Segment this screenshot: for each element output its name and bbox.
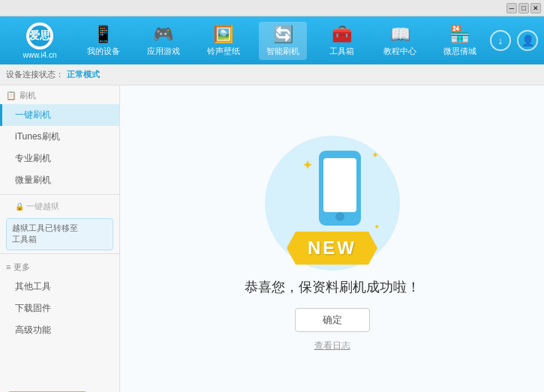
jailbreak-label: 一键越狱 [26, 201, 59, 212]
logo-area: 爱思 www.i4.cn [6, 22, 74, 59]
svg-text:✦: ✦ [371, 150, 379, 160]
smart-flash-icon: 🔄 [273, 25, 293, 44]
status-bar: 设备连接状态： 正常模式 [0, 64, 544, 85]
flash-section-icon: 📋 [6, 91, 17, 100]
apps-games-icon: 🎮 [153, 25, 173, 44]
divider-1 [0, 194, 119, 195]
maximize-button[interactable]: □ [518, 3, 529, 13]
lock-icon: 🔒 [15, 202, 24, 211]
status-label: 设备连接状态： [6, 69, 64, 80]
svg-text:✦: ✦ [374, 223, 380, 231]
sidebar-item-savedata-flash[interactable]: 微量刷机 [0, 169, 119, 191]
success-text: 恭喜您，保资料刷机成功啦！ [245, 280, 420, 295]
savedata-flash-label: 微量刷机 [15, 175, 51, 185]
advanced-label: 高级功能 [15, 325, 51, 335]
sidebar: 📋 刷机 一键刷机 iTunes刷机 专业刷机 微量刷机 🔒 一键越狱 [0, 85, 120, 392]
toolbox-icon: 🧰 [332, 25, 352, 44]
ringtones-label: 铃声壁纸 [207, 46, 240, 57]
notice-box: 越狱工具已转移至工具箱 [6, 218, 113, 250]
pro-flash-label: 专业刷机 [15, 153, 51, 163]
ringtones-icon: 🖼️ [213, 25, 233, 44]
toolbox-label: 工具箱 [329, 46, 354, 57]
status-value: 正常模式 [67, 69, 100, 80]
account-button[interactable]: 👤 [517, 30, 538, 51]
sidebar-item-one-key-flash[interactable]: 一键刷机 [0, 104, 119, 126]
weidian-icon: 🏪 [449, 25, 470, 44]
download-firmware-label: 下载固件 [15, 303, 51, 313]
tutorial-label: 教程中心 [383, 46, 416, 57]
nav-item-weidian[interactable]: 🏪 微思倩城 [436, 22, 484, 60]
divider-2 [0, 253, 119, 254]
sidebar-section-more: ≡ 更多 [0, 257, 119, 276]
top-nav: 爱思 www.i4.cn 📱 我的设备 🎮 应用游戏 🖼️ 铃声壁纸 🔄 智能刷… [0, 16, 544, 64]
logo-inner: 爱思 [29, 25, 50, 46]
nav-right: ↓ 👤 [490, 30, 538, 51]
nav-item-ringtones[interactable]: 🖼️ 铃声壁纸 [200, 22, 248, 60]
my-device-icon: 📱 [93, 25, 113, 44]
main-area: 📋 刷机 一键刷机 iTunes刷机 专业刷机 微量刷机 🔒 一键越狱 [0, 85, 544, 392]
confirm-button[interactable]: 确定 [295, 308, 370, 332]
download-button[interactable]: ↓ [490, 30, 511, 51]
new-badge: NEW [287, 232, 377, 265]
title-bar: ─ □ ✕ [0, 0, 544, 16]
window-controls: ─ □ ✕ [506, 3, 541, 13]
flash-section-label: 刷机 [20, 90, 36, 101]
my-device-label: 我的设备 [87, 46, 120, 57]
sidebar-item-pro-flash[interactable]: 专业刷机 [0, 148, 119, 169]
nav-item-smart-flash[interactable]: 🔄 智能刷机 [259, 22, 307, 60]
notice-text: 越狱工具已转移至工具箱 [12, 223, 78, 244]
sidebar-content: 📋 刷机 一键刷机 iTunes刷机 专业刷机 微量刷机 🔒 一键越狱 [0, 85, 119, 392]
new-ribbon-container: NEW [287, 232, 377, 265]
hero-illustration: ✦ ✦ ✦ NEW [257, 128, 407, 278]
minimize-button[interactable]: ─ [506, 3, 517, 13]
itunes-flash-label: iTunes刷机 [15, 131, 60, 142]
sidebar-item-itunes-flash[interactable]: iTunes刷机 [0, 126, 119, 148]
sidebar-item-other-tools[interactable]: 其他工具 [0, 276, 119, 298]
logo-text: www.i4.cn [23, 51, 56, 59]
weidian-label: 微思倩城 [443, 46, 476, 57]
sidebar-section-jailbreak: 🔒 一键越狱 [0, 198, 119, 215]
logo-icon: 爱思 [26, 22, 53, 49]
nav-item-apps-games[interactable]: 🎮 应用游戏 [140, 22, 188, 60]
one-key-flash-label: 一键刷机 [15, 109, 51, 120]
smart-flash-label: 智能刷机 [266, 46, 299, 57]
sidebar-item-advanced[interactable]: 高级功能 [0, 319, 119, 341]
nav-item-tutorial[interactable]: 📖 教程中心 [376, 22, 424, 60]
nav-item-my-device[interactable]: 📱 我的设备 [80, 22, 128, 60]
tutorial-icon: 📖 [390, 25, 410, 44]
other-tools-label: 其他工具 [15, 281, 51, 292]
sidebar-section-flash: 📋 刷机 [0, 85, 119, 104]
success-message: 恭喜您，保资料刷机成功啦！ [245, 278, 420, 296]
nav-item-toolbox[interactable]: 🧰 工具箱 [319, 22, 364, 60]
close-button[interactable]: ✕ [530, 3, 541, 13]
nav-items: 📱 我的设备 🎮 应用游戏 🖼️ 铃声壁纸 🔄 智能刷机 🧰 工具箱 📖 教程中… [74, 22, 490, 60]
content-area: ✦ ✦ ✦ NEW 恭喜您，保资料刷机成功啦！ 确定 查看日志 [120, 85, 544, 392]
svg-rect-1 [323, 158, 356, 212]
sidebar-item-download-firmware[interactable]: 下载固件 [0, 298, 119, 319]
again-link[interactable]: 查看日志 [314, 340, 350, 352]
svg-point-2 [335, 212, 344, 221]
svg-text:✦: ✦ [302, 159, 313, 172]
apps-games-label: 应用游戏 [147, 46, 180, 57]
more-section-icon: ≡ [6, 262, 11, 271]
more-section-label: 更多 [14, 262, 30, 273]
